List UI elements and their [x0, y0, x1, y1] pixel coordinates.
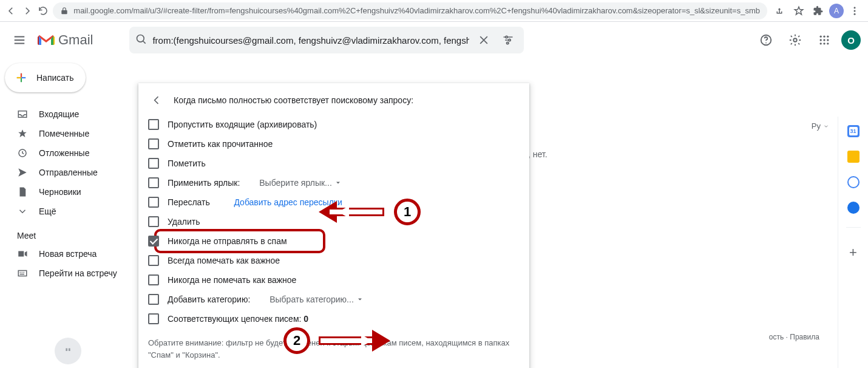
tasks-icon[interactable] — [847, 176, 860, 188]
compose-button[interactable]: Написать — [5, 63, 86, 92]
compose-label: Написать — [36, 73, 73, 83]
sidebar-item-inbox[interactable]: Входящие — [5, 104, 146, 124]
sidebar-item-starred[interactable]: Помеченные — [5, 124, 146, 143]
forward-icon[interactable] — [21, 2, 33, 19]
checkbox[interactable] — [148, 177, 159, 188]
hangouts-icon[interactable] — [55, 338, 81, 364]
search-icon[interactable] — [135, 33, 147, 47]
sidebar-item-drafts[interactable]: Черновики — [5, 182, 146, 202]
star-icon[interactable] — [790, 2, 807, 19]
filter-option-mark-read[interactable]: Отметить как прочитанное — [148, 134, 520, 154]
sidebar: Написать Входящие Помеченные Отложенные … — [0, 58, 146, 368]
reload-icon[interactable] — [37, 2, 49, 19]
star-icon — [17, 128, 28, 139]
sidebar-item-new-meeting[interactable]: Новая встреча — [5, 244, 146, 264]
chrome-menu-icon[interactable] — [846, 2, 863, 19]
filter-option-always-important[interactable]: Всегда помечать как важное — [148, 251, 520, 270]
checkbox[interactable] — [148, 197, 159, 208]
svg-point-17 — [823, 43, 825, 44]
sidebar-item-sent[interactable]: Отправленные — [5, 163, 146, 182]
dialog-note: Обратите внимание: фильтр не будет приме… — [138, 329, 529, 363]
keep-icon[interactable] — [847, 151, 860, 163]
svg-point-2 — [854, 13, 856, 15]
calendar-icon[interactable]: 31 — [847, 125, 860, 137]
keyboard-icon — [17, 268, 28, 279]
filter-option-apply-label[interactable]: Применить ярлык: Выберите ярлык... — [148, 173, 520, 193]
svg-point-6 — [507, 42, 509, 44]
svg-point-4 — [506, 36, 507, 38]
footer-links: ость · Правила — [769, 333, 819, 341]
checkbox[interactable] — [148, 138, 159, 149]
filter-option-never-important[interactable]: Никогда не помечать как важное — [148, 270, 520, 290]
gmail-header: Gmail O — [0, 22, 868, 58]
contacts-icon[interactable] — [847, 202, 860, 214]
add-forwarding-link[interactable]: Добавить адрес пересылки — [234, 197, 342, 207]
checkbox[interactable] — [148, 216, 159, 227]
share-icon[interactable] — [771, 2, 788, 19]
input-language-button[interactable]: Ру — [812, 121, 829, 131]
clock-icon — [17, 148, 28, 158]
video-icon — [17, 248, 28, 259]
gmail-logo-icon — [38, 33, 55, 47]
svg-point-8 — [765, 43, 767, 44]
svg-point-1 — [854, 10, 856, 12]
checkbox[interactable] — [148, 119, 159, 130]
support-icon[interactable] — [754, 28, 778, 52]
apps-grid-icon[interactable] — [812, 28, 836, 52]
search-input[interactable] — [152, 35, 469, 46]
gmail-logo[interactable]: Gmail — [38, 32, 93, 48]
svg-point-14 — [823, 39, 825, 41]
url-bar[interactable]: mail.google.com/mail/u/3/#create-filter/… — [53, 2, 767, 19]
checkbox[interactable] — [148, 158, 159, 169]
dialog-back-button[interactable] — [148, 92, 165, 109]
sidebar-item-label: Отправленные — [39, 168, 98, 177]
compose-plus-icon — [13, 70, 29, 86]
file-icon — [17, 186, 28, 197]
sidebar-item-label: Отложенные — [39, 148, 89, 158]
account-avatar[interactable]: O — [841, 30, 861, 50]
filter-option-add-category[interactable]: Добавить категорию: Выбрать категорию... — [148, 290, 520, 309]
checkbox-checked[interactable] — [148, 236, 159, 247]
extensions-icon[interactable] — [810, 2, 827, 19]
lock-icon — [60, 7, 69, 15]
search-options-icon[interactable] — [498, 30, 518, 50]
svg-point-16 — [820, 43, 822, 44]
filter-option-archive[interactable]: Пропустить входящие (архивировать) — [148, 115, 520, 134]
svg-point-9 — [793, 38, 797, 42]
category-dropdown[interactable]: Выбрать категорию... — [270, 295, 364, 304]
filter-option-delete[interactable]: Удалить — [148, 212, 520, 231]
back-icon[interactable] — [5, 2, 17, 19]
create-filter-dialog: Когда письмо полностью соответствует пои… — [138, 83, 529, 368]
add-addon-icon[interactable]: + — [849, 245, 857, 261]
url-text: mail.google.com/mail/u/3/#create-filter/… — [73, 6, 760, 15]
chrome-profile-avatar[interactable]: A — [829, 4, 844, 18]
settings-gear-icon[interactable] — [783, 28, 807, 52]
close-icon[interactable] — [474, 30, 493, 50]
checkbox[interactable] — [148, 313, 159, 324]
filter-option-forward[interactable]: Переслать Добавить адрес пересылки — [148, 193, 520, 212]
sidebar-item-more[interactable]: Ещё — [5, 202, 146, 221]
checkbox[interactable] — [148, 294, 159, 305]
sidebar-item-snoozed[interactable]: Отложенные — [5, 143, 146, 163]
label-dropdown[interactable]: Выберите ярлык... — [259, 178, 342, 188]
sidebar-item-label: Ещё — [39, 206, 56, 216]
svg-point-0 — [854, 7, 856, 9]
checkbox[interactable] — [148, 274, 159, 285]
sidebar-item-label: Входящие — [39, 109, 79, 119]
send-icon — [17, 167, 28, 178]
dialog-title: Когда письмо полностью соответствует пои… — [174, 95, 413, 105]
side-panel: 31 + — [838, 117, 868, 368]
filter-option-star[interactable]: Пометить — [148, 154, 520, 173]
checkbox[interactable] — [148, 255, 159, 266]
background-text: , нет. — [528, 149, 548, 159]
browser-chrome: mail.google.com/mail/u/3/#create-filter/… — [0, 0, 868, 22]
gmail-logo-text: Gmail — [58, 32, 93, 48]
filter-option-never-spam[interactable]: Никогда не отправлять в спам — [148, 231, 520, 251]
svg-point-15 — [827, 39, 829, 41]
inbox-icon — [17, 109, 28, 120]
svg-rect-20 — [18, 271, 27, 276]
sidebar-item-label: Перейти на встречу — [39, 268, 117, 278]
main-menu-icon[interactable] — [7, 28, 32, 52]
filter-option-matching[interactable]: Соответствующих цепочек писем: 0 — [148, 309, 520, 329]
sidebar-item-join-meeting[interactable]: Перейти на встречу — [5, 264, 146, 283]
